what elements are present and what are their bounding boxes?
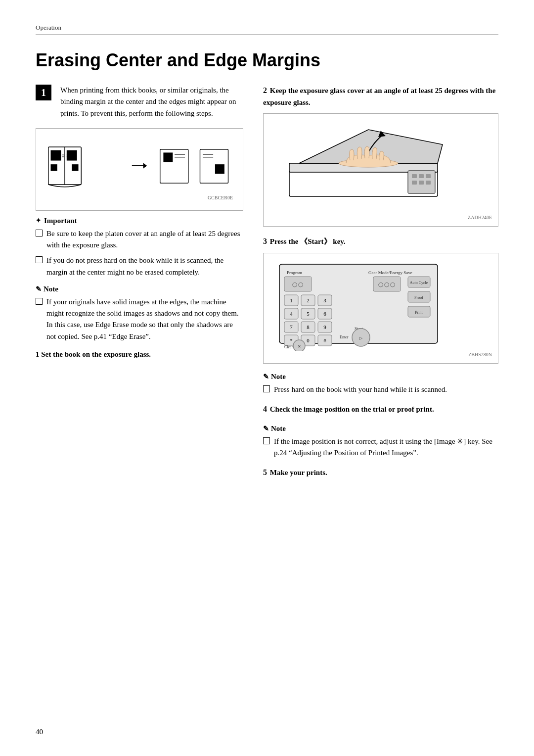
page-title: Erasing Center and Edge Margins <box>36 50 498 71</box>
svg-rect-27 <box>412 181 417 185</box>
svg-rect-3 <box>51 164 57 171</box>
diagram1-label: GCBCER0E <box>46 195 233 200</box>
svg-rect-25 <box>419 174 424 178</box>
svg-text:Print: Print <box>415 310 423 315</box>
arrow-svg <box>130 156 149 176</box>
diagram2-label: ZADH240E <box>269 215 492 220</box>
svg-rect-2 <box>51 150 61 160</box>
left-column: 1 When printing from thick books, or sim… <box>36 85 243 368</box>
svg-text:✕: ✕ <box>298 344 301 349</box>
step5-number: 5 <box>263 467 267 479</box>
step4-text: Check the image position on the trial or… <box>270 405 434 413</box>
svg-text:5: 5 <box>307 311 310 317</box>
important-item-2: If you do not press hard on the book whi… <box>36 255 243 278</box>
step2-number: 2 <box>263 85 267 97</box>
checkbox-2 <box>36 256 43 263</box>
svg-rect-24 <box>412 174 417 178</box>
step4-number: 4 <box>263 403 267 416</box>
note-left-block: Note If your originals have solid images… <box>36 285 243 342</box>
step3-text: Press the 《Start》 key. <box>270 237 346 245</box>
important-box: Important Be sure to keep the platen cov… <box>36 217 243 278</box>
svg-text:6: 6 <box>323 311 326 317</box>
keypad-diagram: Program Gear Mode/Energy Save ◯ ◯ ◯ ◯ ◯ … <box>263 253 498 364</box>
intro-text: When printing from thick books, or simil… <box>60 85 243 119</box>
scanner-diagram: ZADH240E <box>263 113 498 227</box>
open-book-svg <box>46 139 121 193</box>
diagram3-label: ZBHS280N <box>269 352 492 357</box>
svg-text:0: 0 <box>307 337 310 343</box>
page-container: Operation Erasing Center and Edge Margin… <box>0 0 534 756</box>
svg-text:3: 3 <box>323 297 326 303</box>
checkbox-3 <box>36 298 43 305</box>
note-left-item-1: If your originals have solid images at t… <box>36 296 243 342</box>
intro-block: 1 When printing from thick books, or sim… <box>36 85 243 119</box>
svg-text:Auto Cycle: Auto Cycle <box>410 281 428 285</box>
svg-rect-28 <box>419 181 424 185</box>
svg-text:Program: Program <box>287 270 302 275</box>
svg-rect-14 <box>163 152 173 162</box>
book-diagram-inner <box>46 139 233 193</box>
step1-label: 1 Set the book on the exposure glass. <box>36 350 243 359</box>
step3-block: 3 Press the 《Start》 key. Program Gear Mo… <box>263 236 498 364</box>
note-right2-item-1: If the image position is not correct, ad… <box>263 436 498 459</box>
svg-text:▷: ▷ <box>359 336 363 340</box>
important-title: Important <box>36 217 243 225</box>
step3-header: 3 Press the 《Start》 key. <box>263 236 498 248</box>
note-right2-title: Note <box>263 425 498 433</box>
svg-text:◯ ◯ ◯: ◯ ◯ ◯ <box>378 282 396 287</box>
step5-header: 5 Make your prints. <box>263 467 498 479</box>
note-right1-block: Note Press hard on the book with your ha… <box>263 373 498 395</box>
right-column: 2 Keep the exposure glass cover at an an… <box>263 85 498 488</box>
svg-text:8: 8 <box>307 324 310 330</box>
svg-rect-29 <box>426 181 431 185</box>
svg-text:2: 2 <box>307 297 310 303</box>
step2-header: 2 Keep the exposure glass cover at an an… <box>263 85 498 108</box>
svg-text:◯ ◯: ◯ ◯ <box>292 282 303 287</box>
keypad-svg: Program Gear Mode/Energy Save ◯ ◯ ◯ ◯ ◯ … <box>269 259 447 351</box>
page-number: 40 <box>36 728 43 736</box>
step1-block: 1 Set the book on the exposure glass. <box>36 350 243 359</box>
step4-block: 4 Check the image position on the trial … <box>263 403 498 416</box>
svg-text:Enter: Enter <box>340 335 349 339</box>
svg-text:#: # <box>323 337 326 343</box>
two-column-layout: 1 When printing from thick books, or sim… <box>36 85 498 488</box>
svg-text:1: 1 <box>290 297 293 303</box>
svg-rect-26 <box>426 174 431 178</box>
step2-text: Keep the exposure glass cover at an angl… <box>263 87 495 106</box>
step4-header: 4 Check the image position on the trial … <box>263 403 498 416</box>
step3-number: 3 <box>263 236 267 248</box>
checkbox-1 <box>36 230 43 236</box>
svg-text:9: 9 <box>323 324 326 330</box>
svg-rect-18 <box>215 164 224 174</box>
svg-text:*: * <box>290 337 293 343</box>
svg-rect-8 <box>72 164 78 171</box>
step5-block: 5 Make your prints. <box>263 467 498 479</box>
note-right1-item-1: Press hard on the book with your hand wh… <box>263 384 498 395</box>
note-left-title: Note <box>36 285 243 293</box>
breadcrumb: Operation <box>36 24 498 35</box>
svg-rect-7 <box>67 150 77 160</box>
svg-text:Proof: Proof <box>414 295 423 300</box>
important-item-1: Be sure to keep the platen cover at an a… <box>36 228 243 251</box>
result-pages-svg <box>158 139 233 193</box>
note-right2-block: Note If the image position is not correc… <box>263 425 498 459</box>
book-diagram: GCBCER0E <box>36 128 243 211</box>
step5-text: Make your prints. <box>270 469 327 476</box>
checkbox-5 <box>263 437 270 444</box>
scanner-svg <box>269 120 457 214</box>
checkbox-4 <box>263 385 270 392</box>
svg-marker-12 <box>143 163 147 168</box>
section-number: 1 <box>36 85 51 100</box>
svg-text:7: 7 <box>290 324 293 330</box>
svg-text:Gear Mode/Energy Save: Gear Mode/Energy Save <box>368 270 412 275</box>
step2-block: 2 Keep the exposure glass cover at an an… <box>263 85 498 227</box>
svg-text:4: 4 <box>290 311 293 317</box>
note-right1-title: Note <box>263 373 498 381</box>
